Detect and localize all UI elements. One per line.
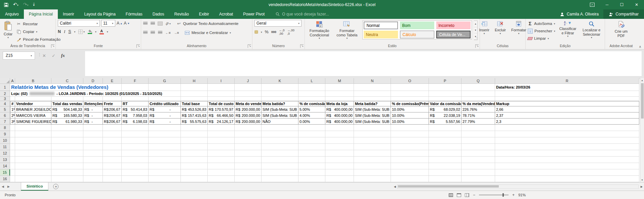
cell-C7[interactable]: R$61.980,33 xyxy=(51,119,83,125)
cell-N2[interactable] xyxy=(354,91,391,97)
cell-H9[interactable] xyxy=(181,131,208,137)
format-painter-button[interactable]: Pincel de Formatação xyxy=(16,36,61,43)
accounting-dropdown-icon[interactable]: ▾ xyxy=(261,31,262,34)
cell-C5[interactable]: R$504.148,33 xyxy=(51,106,83,112)
cell-M5[interactable]: R$400.000,00 xyxy=(325,106,354,112)
number-format-combo[interactable]: Geral▾ xyxy=(254,20,301,27)
cell-D13[interactable] xyxy=(83,157,103,163)
cell-G14[interactable] xyxy=(149,163,181,169)
cell-D5[interactable]: R$- xyxy=(83,106,103,112)
cell-N11[interactable] xyxy=(354,144,391,150)
cell-N5[interactable]: SIM (Sub-Meta: SUB 1) xyxy=(354,106,391,112)
cell-A3[interactable] xyxy=(10,97,15,101)
cell-O14[interactable] xyxy=(391,163,429,169)
cell-J10[interactable] xyxy=(235,137,261,144)
cell-O13[interactable] xyxy=(391,157,429,163)
cell-O12[interactable] xyxy=(391,150,429,157)
cell-Q6[interactable]: 78.71% xyxy=(461,112,495,119)
cell-R12[interactable] xyxy=(495,150,639,157)
cell-J4[interactable]: Meta do vendedor xyxy=(235,101,261,106)
font-dialog-launcher-icon[interactable]: ↘ xyxy=(136,44,140,48)
sort-filter-button[interactable]: AZ↓▼ Classificar e Filtrar ▾ xyxy=(557,20,578,43)
row-header-11[interactable]: 11 xyxy=(0,144,10,150)
col-header-O[interactable]: O xyxy=(391,78,429,84)
cell-K14[interactable] xyxy=(261,163,298,169)
cell-N1[interactable] xyxy=(354,84,391,91)
cell-N4[interactable]: Meta batida? xyxy=(354,101,391,106)
cell-R5[interactable]: 2,66 xyxy=(495,106,639,112)
cell-P8[interactable] xyxy=(429,125,461,131)
bold-button[interactable]: N xyxy=(58,29,61,34)
cell-I1[interactable] xyxy=(208,84,235,91)
ribbon-display-options-icon[interactable] xyxy=(585,0,600,9)
col-header-J[interactable]: J xyxy=(235,78,261,84)
col-header-R[interactable]: R xyxy=(495,78,639,84)
tell-me-search[interactable]: O que você deseja fazer... xyxy=(276,9,329,19)
shrink-font-icon[interactable]: A▼ xyxy=(124,21,129,26)
cell-K16[interactable] xyxy=(261,176,298,182)
cell-E8[interactable] xyxy=(103,125,122,131)
cell-N12[interactable] xyxy=(354,150,391,157)
cell-N3[interactable] xyxy=(354,97,391,101)
col-header-E[interactable]: E xyxy=(103,78,122,84)
fill-color-icon[interactable] xyxy=(88,30,92,34)
cell-Q13[interactable] xyxy=(461,157,495,163)
cell-C16[interactable] xyxy=(51,176,83,182)
hscroll-thumb[interactable] xyxy=(398,185,499,188)
align-middle-icon[interactable] xyxy=(151,22,155,25)
zoom-in-icon[interactable]: + xyxy=(512,193,515,197)
name-box[interactable]: Z15 ▾ xyxy=(3,52,35,60)
cell-J7[interactable]: R$200.000,00 xyxy=(235,119,261,125)
col-header-B[interactable]: B xyxy=(15,78,51,84)
cell-F6[interactable]: R$7.958,03 xyxy=(122,112,149,119)
cell-B16[interactable] xyxy=(15,176,51,182)
tab-acrobat[interactable]: Acrobat xyxy=(214,9,238,19)
tab-formulas[interactable]: Fórmulas xyxy=(121,9,148,19)
col-header-C[interactable]: C xyxy=(51,78,83,84)
cell-K6[interactable]: SIM (Sub-Meta: SUB 1) xyxy=(261,112,298,119)
col-header-M[interactable]: M xyxy=(325,78,354,84)
cell-P7[interactable]: R$5.557,56 xyxy=(429,119,461,125)
cell-I12[interactable] xyxy=(208,150,235,157)
zoom-out-icon[interactable]: − xyxy=(473,193,475,197)
cell-F3[interactable] xyxy=(122,97,149,101)
cell-G5[interactable]: R$- xyxy=(149,106,181,112)
cell-E9[interactable] xyxy=(103,131,122,137)
cell-M10[interactable] xyxy=(325,137,354,144)
cell-O8[interactable] xyxy=(391,125,429,131)
cell-E11[interactable] xyxy=(103,144,122,150)
cell-D10[interactable] xyxy=(83,137,103,144)
cell-Q7[interactable]: 27.79% xyxy=(461,119,495,125)
cell-I7[interactable]: R$24.126,17 xyxy=(208,119,235,125)
tab-exibir[interactable]: Exibir xyxy=(194,9,214,19)
insert-function-icon[interactable]: fx xyxy=(61,53,65,58)
cell-E14[interactable] xyxy=(103,163,122,169)
cell-L11[interactable] xyxy=(298,144,325,150)
cell-P14[interactable] xyxy=(429,163,461,169)
cell-P13[interactable] xyxy=(429,157,461,163)
cell-O16[interactable] xyxy=(391,176,429,182)
undo-icon[interactable]: ↶▾ xyxy=(13,0,18,10)
cell-J2[interactable] xyxy=(235,91,261,97)
decrease-indent-icon[interactable]: ←≡ xyxy=(165,31,171,35)
col-header-D[interactable]: D xyxy=(83,78,103,84)
row-header-6[interactable]: 6 xyxy=(0,112,10,119)
cell-F1[interactable] xyxy=(122,84,149,91)
cell-R9[interactable] xyxy=(495,131,639,137)
cell-J14[interactable] xyxy=(235,163,261,169)
cell-E4[interactable]: Frete xyxy=(103,101,122,106)
row-header-13[interactable]: 13 xyxy=(0,157,10,163)
row-header-5[interactable]: 5 xyxy=(0,106,10,112)
cell-I15[interactable] xyxy=(208,169,235,176)
cell-L3[interactable] xyxy=(298,97,325,101)
style-neutra[interactable]: Neutra xyxy=(364,31,398,38)
cell-H13[interactable] xyxy=(181,157,208,163)
cell-A5[interactable]: 1º xyxy=(10,106,15,112)
cell-R15[interactable] xyxy=(495,169,639,176)
cell-P4[interactable]: Valor da comissão xyxy=(429,101,461,106)
cell-M9[interactable] xyxy=(325,131,354,137)
share-button[interactable]: Compartilhar xyxy=(603,9,644,19)
cell-R8[interactable] xyxy=(495,125,639,131)
cell-D3[interactable] xyxy=(83,97,103,101)
cell-G1[interactable] xyxy=(149,84,181,91)
